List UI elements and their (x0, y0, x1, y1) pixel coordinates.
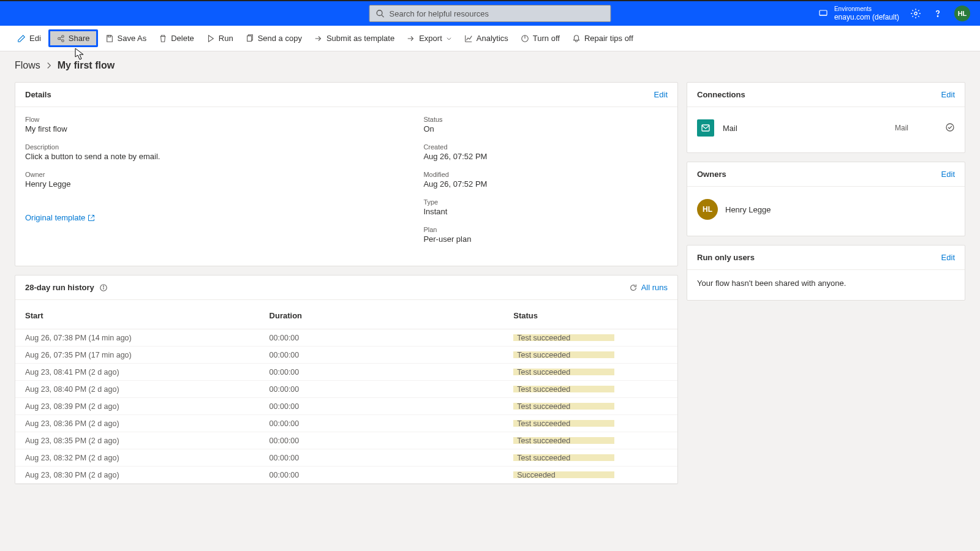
table-row[interactable]: Aug 23, 08:40 PM (2 d ago)00:00:00Test s… (15, 381, 677, 398)
row-start: Aug 23, 08:32 PM (2 d ago) (25, 454, 270, 462)
row-status: Test succeeded (513, 351, 614, 358)
top-bar: Search for helpful resources Environment… (0, 0, 980, 26)
col-duration[interactable]: Duration (270, 311, 514, 320)
svg-point-0 (377, 10, 382, 16)
row-start: Aug 23, 08:36 PM (2 d ago) (25, 419, 270, 428)
help-button[interactable] (932, 8, 943, 19)
row-status: Test succeeded (513, 334, 614, 341)
row-start: Aug 23, 08:40 PM (2 d ago) (25, 385, 270, 394)
delete-button[interactable]: Delete (154, 30, 199, 47)
row-status: Test succeeded (513, 420, 614, 427)
repair-tips-button[interactable]: Repair tips off (567, 30, 638, 47)
row-status: Succeeded (513, 471, 614, 478)
export-button[interactable]: Export (402, 30, 457, 47)
row-duration: 00:00:00 (270, 385, 514, 394)
row-duration: 00:00:00 (270, 437, 514, 445)
environment-icon (818, 9, 828, 18)
table-row[interactable]: Aug 23, 08:35 PM (2 d ago)00:00:00Test s… (15, 432, 677, 449)
turn-off-button[interactable]: Turn off (516, 30, 565, 47)
environment-picker[interactable]: Environments enayu.com (default) (818, 6, 899, 21)
bell-icon (572, 34, 581, 43)
run-button[interactable]: Run (202, 30, 238, 47)
flow-value: My first flow (25, 124, 423, 133)
row-start: Aug 23, 08:30 PM (2 d ago) (25, 471, 270, 479)
svg-rect-11 (108, 35, 110, 37)
submit-icon (314, 34, 323, 43)
row-duration: 00:00:00 (270, 351, 514, 359)
svg-point-8 (62, 39, 64, 42)
plan-value: Per-user plan (423, 234, 668, 244)
svg-point-19 (946, 124, 954, 131)
owners-card: Owners Edit HL Henry Legge (687, 162, 965, 236)
row-status: Test succeeded (513, 369, 614, 375)
search-input[interactable]: Search for helpful resources (369, 5, 611, 22)
original-template-link[interactable]: Original template (25, 213, 423, 222)
status-label: Status (423, 116, 668, 123)
svg-point-5 (937, 16, 938, 17)
edit-icon (17, 34, 26, 43)
row-start: Aug 26, 07:38 PM (14 min ago) (25, 334, 270, 342)
copy-icon (246, 34, 254, 43)
row-status: Test succeeded (513, 437, 614, 444)
svg-line-10 (60, 39, 62, 40)
send-copy-button[interactable]: Send a copy (241, 30, 307, 47)
table-row[interactable]: Aug 23, 08:39 PM (2 d ago)00:00:00Test s… (15, 398, 677, 415)
save-as-button[interactable]: Save As (100, 30, 152, 47)
row-start: Aug 23, 08:35 PM (2 d ago) (25, 437, 270, 445)
connection-item[interactable]: Mail Mail (697, 116, 955, 140)
row-start: Aug 23, 08:41 PM (2 d ago) (25, 368, 270, 377)
run-only-empty-text: Your flow hasn't been shared with anyone… (697, 279, 955, 288)
export-icon (407, 34, 415, 43)
row-status: Test succeeded (513, 403, 614, 410)
gear-icon (910, 8, 921, 19)
settings-button[interactable] (910, 8, 921, 19)
owner-name: Henry Legge (725, 205, 771, 214)
svg-rect-2 (820, 10, 827, 15)
table-row[interactable]: Aug 23, 08:32 PM (2 d ago)00:00:00Test s… (15, 449, 677, 467)
connection-status-icon (945, 122, 955, 134)
modified-value: Aug 26, 07:52 PM (423, 179, 668, 189)
share-icon (56, 34, 65, 43)
connections-edit-link[interactable]: Edit (941, 90, 955, 99)
created-value: Aug 26, 07:52 PM (423, 152, 668, 161)
search-placeholder: Search for helpful resources (390, 9, 489, 18)
svg-point-17 (103, 285, 104, 286)
run-history-card: 28-day run history All runs Start Durati… (15, 275, 678, 484)
row-start: Aug 23, 08:39 PM (2 d ago) (25, 402, 270, 411)
table-row[interactable]: Aug 26, 07:35 PM (17 min ago)00:00:00Tes… (15, 347, 677, 364)
svg-rect-12 (247, 36, 251, 41)
table-row[interactable]: Aug 23, 08:30 PM (2 d ago)00:00:00Succee… (15, 467, 677, 484)
connection-name: Mail (723, 124, 895, 133)
col-status[interactable]: Status (513, 311, 668, 320)
table-row[interactable]: Aug 26, 07:38 PM (14 min ago)00:00:00Tes… (15, 329, 677, 347)
owner-avatar: HL (697, 199, 718, 220)
edit-button[interactable]: Edi (12, 30, 46, 47)
type-value: Instant (423, 207, 668, 216)
analytics-button[interactable]: Analytics (459, 30, 513, 47)
plan-label: Plan (423, 226, 668, 233)
owners-edit-link[interactable]: Edit (941, 170, 955, 179)
breadcrumb-root[interactable]: Flows (15, 60, 40, 71)
owners-title: Owners (697, 170, 726, 179)
svg-point-7 (62, 35, 64, 37)
submit-template-button[interactable]: Submit as template (309, 30, 399, 47)
run-only-users-card: Run only users Edit Your flow hasn't bee… (687, 245, 965, 301)
help-icon (932, 8, 943, 19)
table-row[interactable]: Aug 23, 08:36 PM (2 d ago)00:00:00Test s… (15, 415, 677, 432)
row-duration: 00:00:00 (270, 402, 514, 411)
row-duration: 00:00:00 (270, 454, 514, 462)
table-row[interactable]: Aug 23, 08:41 PM (2 d ago)00:00:00Test s… (15, 364, 677, 381)
mail-icon (697, 119, 714, 137)
all-runs-link[interactable]: All runs (629, 283, 668, 292)
breadcrumb-current: My first flow (58, 60, 115, 71)
connections-title: Connections (697, 90, 745, 99)
save-as-icon (105, 34, 114, 43)
run-only-edit-link[interactable]: Edit (941, 253, 955, 262)
col-start[interactable]: Start (25, 311, 270, 320)
row-start: Aug 26, 07:35 PM (17 min ago) (25, 351, 270, 359)
user-avatar[interactable]: HL (954, 6, 970, 21)
row-duration: 00:00:00 (270, 334, 514, 342)
details-edit-link[interactable]: Edit (654, 90, 668, 99)
share-button[interactable]: Share (48, 29, 98, 47)
delete-icon (159, 34, 167, 43)
